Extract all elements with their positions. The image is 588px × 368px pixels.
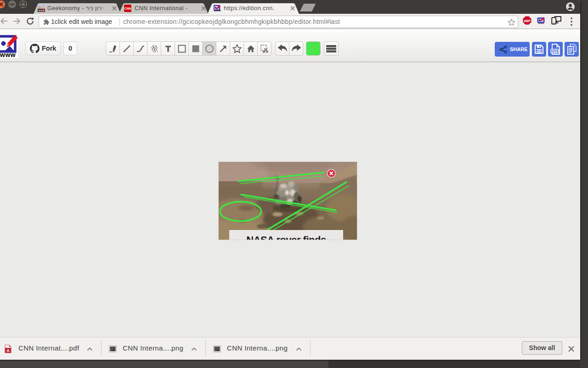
svg-text:CNN: CNN: [124, 7, 131, 10]
svg-text:NASA rover finds: NASA rover finds: [246, 234, 326, 240]
svg-text:PDF: PDF: [552, 50, 558, 53]
svg-text:www: www: [0, 51, 16, 58]
svg-text:ABP: ABP: [524, 19, 531, 23]
svg-text:WWW: WWW: [39, 10, 44, 12]
